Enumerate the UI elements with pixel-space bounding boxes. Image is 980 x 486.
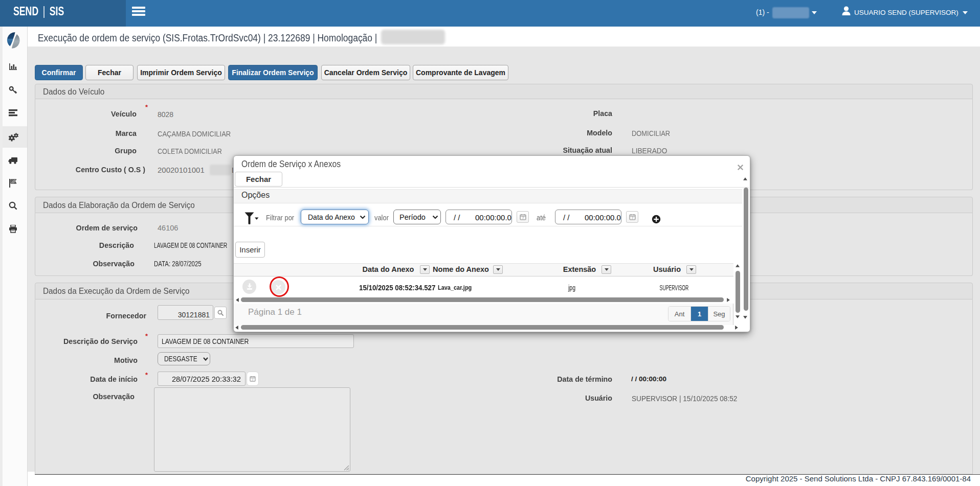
svg-text:7: 7 [522,216,524,220]
svg-text:7: 7 [631,216,633,220]
svg-text:7: 7 [252,378,254,381]
